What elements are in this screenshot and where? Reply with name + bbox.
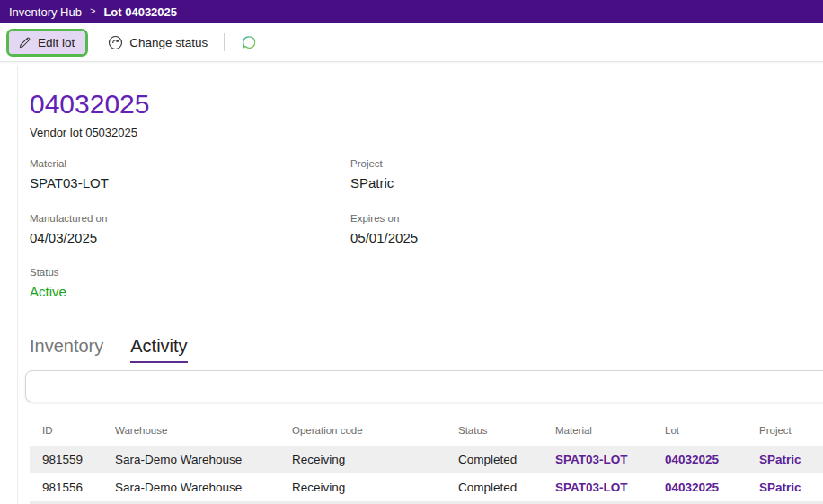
cell-status: Completed [458,453,555,466]
field-material: Material SPAT03-LOT [30,158,299,190]
toolbar-divider [224,33,225,51]
page-subtitle: Vendor lot 05032025 [30,126,137,139]
field-status-label: Status [30,267,299,278]
field-manufactured-on-value: 04/03/2025 [30,230,299,245]
cell-project-link[interactable]: SPatric [759,453,823,466]
field-project-value: SPatric [350,175,620,190]
column-header-project[interactable]: Project [759,425,823,436]
cell-material-link[interactable]: SPAT03-LOT [555,481,665,494]
field-manufactured-on-label: Manufactured on [30,213,299,224]
column-header-status[interactable]: Status [458,425,555,436]
field-material-label: Material [30,158,299,169]
field-status: Status Active [30,267,299,299]
cell-status: Completed [458,481,555,494]
field-expires-on-value: 05/01/2025 [350,230,620,245]
breadcrumb-chevron-icon: > [90,5,95,16]
pencil-icon [18,36,31,49]
activity-filter-bar[interactable] [25,370,823,402]
speech-bubble-icon [241,34,258,51]
cell-lot-link[interactable]: 04032025 [665,481,759,494]
field-expires-on: Expires on 05/01/2025 [350,213,620,245]
edit-lot-highlight-box: Edit lot [6,29,88,57]
action-toolbar: Edit lot Change status [0,23,823,62]
change-status-button[interactable]: Change status [101,30,215,56]
page-title: 04032025 [30,88,149,120]
field-project: Project SPatric [350,158,620,190]
edit-lot-label: Edit lot [38,36,75,49]
cell-project-link[interactable]: SPatric [759,481,823,494]
change-status-label: Change status [129,36,208,49]
status-badge: Active [30,284,299,299]
activity-table: ID Warehouse Operation code Status Mater… [30,415,823,501]
cell-warehouse: Sara-Demo Warehouse [115,453,292,466]
breadcrumb-bar: Inventory Hub > Lot 04032025 [0,0,823,23]
table-row[interactable]: 981556 Sara-Demo Warehouse Receiving Com… [30,473,823,501]
column-header-warehouse[interactable]: Warehouse [115,425,292,436]
table-row[interactable]: 981559 Sara-Demo Warehouse Receiving Com… [30,446,823,473]
cell-operation-code: Receiving [292,481,458,494]
tab-strip: Inventory Activity [30,336,188,363]
cell-operation-code: Receiving [292,453,458,466]
field-expires-on-label: Expires on [350,213,620,224]
field-project-label: Project [350,158,620,169]
column-header-lot[interactable]: Lot [665,425,759,436]
cell-warehouse: Sara-Demo Warehouse [115,481,292,494]
column-header-id[interactable]: ID [42,425,115,436]
tab-inventory[interactable]: Inventory [30,336,103,363]
comments-button[interactable] [235,31,263,55]
activity-table-header: ID Warehouse Operation code Status Mater… [30,415,823,446]
cell-id: 981559 [42,453,115,466]
tab-activity[interactable]: Activity [130,336,187,363]
field-material-value: SPAT03-LOT [30,175,299,190]
breadcrumb-current: Lot 04032025 [103,5,177,19]
change-status-icon [108,35,123,50]
edit-lot-button[interactable]: Edit lot [9,31,85,54]
column-header-operation-code[interactable]: Operation code [292,425,458,436]
content-left-border [17,66,18,504]
cell-id: 981556 [42,481,115,494]
column-header-material[interactable]: Material [555,425,665,436]
breadcrumb-root-link[interactable]: Inventory Hub [9,5,82,19]
cell-material-link[interactable]: SPAT03-LOT [555,453,665,466]
field-manufactured-on: Manufactured on 04/03/2025 [30,213,299,245]
cell-lot-link[interactable]: 04032025 [665,453,759,466]
